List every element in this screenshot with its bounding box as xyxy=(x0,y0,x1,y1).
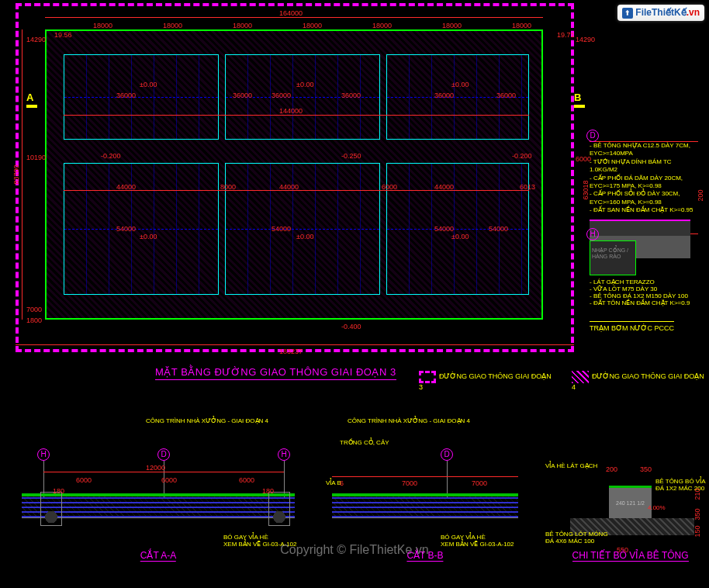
dim: 350 xyxy=(693,508,701,520)
manhole xyxy=(268,492,290,526)
dim-bw: 44000 xyxy=(279,183,299,191)
dim-bay: 18000 xyxy=(442,22,462,29)
dim-bay: 7000 xyxy=(472,479,487,487)
dim-line xyxy=(16,344,574,345)
dim-depth: 36000 xyxy=(116,92,136,99)
dim-span: 12000 xyxy=(146,464,165,472)
elev: ±0.00 xyxy=(296,81,313,88)
dim-tr: 19.71 xyxy=(557,31,575,39)
building-block xyxy=(64,54,219,140)
dim: 150 xyxy=(693,525,701,537)
dim-kerb: 180 xyxy=(262,487,274,495)
detail-marker-h: H xyxy=(586,228,599,240)
site-logo: FileThiếtKế.vn xyxy=(617,5,704,21)
dim-line xyxy=(332,476,518,477)
dim: 350 xyxy=(640,465,652,473)
watermark: Copyright © FileThietKe.vn xyxy=(0,543,709,557)
layer-note: - ĐẤT SAN NỀN ĐẦM CHẶT K>=0.95 xyxy=(590,206,698,214)
road-body xyxy=(332,496,518,518)
dim-tl: 19.56 xyxy=(54,31,72,39)
dim-overall-length: 183237 xyxy=(279,348,303,355)
dim-overall-width: 164000 xyxy=(279,9,303,17)
note-top: CÔNG TRÌNH NHÀ XƯỞNG - GIAI ĐOẠN 4 xyxy=(146,417,268,424)
dim-bay: 18000 xyxy=(233,22,252,29)
layer-note: - BÊ TÔNG NHỰA C12.5 DÀY 7CM, EYC>=140MP… xyxy=(590,142,698,158)
dim-bw: 6000 xyxy=(382,183,397,191)
building-block xyxy=(225,163,380,295)
manhole xyxy=(40,492,62,526)
logo-text: FileThiếtKế xyxy=(635,7,686,18)
road-body xyxy=(22,496,295,518)
legend-label: ĐƯỜNG GIAO THÔNG GIAI ĐOẠN 3 xyxy=(419,372,552,391)
layer-note: - LÁT GẠCH TERAZZO xyxy=(590,278,698,285)
layer-note: - CẤP PHỐI SỎI ĐỎ DÀY 30CM, EYC>=160 MPA… xyxy=(590,190,698,206)
dim-line xyxy=(43,472,284,472)
dim-kerb: 180 xyxy=(53,487,64,495)
dim-line xyxy=(45,17,543,18)
dim: 10190 xyxy=(26,154,46,161)
dim-depth2: 54000 xyxy=(271,225,291,233)
logo-suffix: .vn xyxy=(687,7,700,18)
dim-bw: 44000 xyxy=(116,183,136,191)
note-top: CÔNG TRÌNH NHÀ XƯỞNG - GIAI ĐOẠN 4 xyxy=(348,417,470,424)
elev: -0.250 xyxy=(341,152,361,160)
dim-line-vert xyxy=(22,29,22,320)
layer-note: - CẤP PHỐI ĐÁ DĂM DÀY 20CM, EYC>=175 MPA… xyxy=(590,175,698,191)
curb-stone: 240 121 1/2 xyxy=(609,486,652,518)
dim-center-span: 144000 xyxy=(279,107,303,115)
logo-icon xyxy=(622,8,633,19)
tile-sub: NHẬP CỔNG / HÀNG RÀO xyxy=(590,241,635,265)
building-block xyxy=(64,163,219,295)
slope: 4.00% xyxy=(648,504,666,511)
elev: ±0.00 xyxy=(140,233,157,240)
dim-line xyxy=(64,115,529,116)
layer-note: - ĐẤT TÔN NỀN ĐẦM CHẶT K>=0.9 xyxy=(590,299,698,306)
layer-note: - VỮA LÓT M75 DÀY 30 xyxy=(590,285,698,292)
col-marker-h: H xyxy=(37,448,50,498)
dim-bay: 6 xyxy=(340,479,344,487)
dim-depth: 36000 xyxy=(496,92,516,99)
elev: ±0.00 xyxy=(451,233,469,240)
elev: ±0.00 xyxy=(296,233,313,240)
dim: 63018 xyxy=(582,180,590,199)
elev: ±0.00 xyxy=(140,81,157,88)
plan-title: MẶT BẰNG ĐƯỜNG GIAO THÔNG GIAI ĐOẠN 3 xyxy=(155,366,396,380)
dim-bw: 44000 xyxy=(434,183,454,191)
dim-bay: 6000 xyxy=(161,476,177,484)
dim-bay: 18000 xyxy=(303,22,322,29)
dim: 14290 xyxy=(576,36,595,43)
detail-d: D - BÊ TÔNG NHỰA C12.5 DÀY 7CM, EYC>=140… xyxy=(590,141,698,234)
via-label: VỈA HÈ LÁT GẠCH xyxy=(545,462,597,469)
dim-bay: 7000 xyxy=(402,479,417,487)
dim-bw: 8000 xyxy=(220,183,236,191)
dim-depth: 36000 xyxy=(233,92,252,99)
dim-bw: 6013 xyxy=(520,183,535,191)
dim-bay: 18000 xyxy=(163,22,182,29)
detail-marker-d: D xyxy=(586,130,599,142)
dim-bay: 18000 xyxy=(372,22,392,29)
legend-item: ĐƯỜNG GIAO THÔNG GIAI ĐOẠN 4 xyxy=(572,371,709,391)
elev: -0.200 xyxy=(101,152,121,160)
section-marker-a: A xyxy=(26,92,37,108)
dim: 14290 xyxy=(26,36,46,43)
dim-bay: 6000 xyxy=(239,476,254,484)
dim: 210 xyxy=(693,488,701,500)
plan-legend: ĐƯỜNG GIAO THÔNG GIAI ĐOẠN 3 ĐƯỜNG GIAO … xyxy=(419,371,709,391)
dim-depth2: 54000 xyxy=(489,225,508,233)
legend-swatch-hatch xyxy=(572,371,589,383)
dim-depth: 36000 xyxy=(434,92,454,99)
paving-tile-graphic: NHẬP CỔNG / HÀNG RÀO xyxy=(590,240,636,275)
dim-bay: 6000 xyxy=(76,476,92,484)
dim-depth: 36000 xyxy=(341,92,361,99)
dim: 1800 xyxy=(26,316,42,324)
col-marker-d: D xyxy=(157,448,170,498)
elev: ±0.00 xyxy=(451,81,469,88)
section-marker-b: B xyxy=(574,92,585,108)
legend-label: ĐƯỜNG GIAO THÔNG GIAI ĐOẠN 4 xyxy=(572,372,704,391)
legend-item: ĐƯỜNG GIAO THÔNG GIAI ĐOẠN 3 xyxy=(419,371,556,391)
dim: 200 xyxy=(696,189,704,201)
dim-depth: 36000 xyxy=(271,92,291,99)
col-marker-h: H xyxy=(278,448,290,498)
pump-station-label: TRẠM BƠM NƯỚC PCCC xyxy=(590,321,674,332)
layer-note: - TƯỚI NHỰA DÍNH BÁM TC 1.0KG/M2 xyxy=(590,158,698,175)
